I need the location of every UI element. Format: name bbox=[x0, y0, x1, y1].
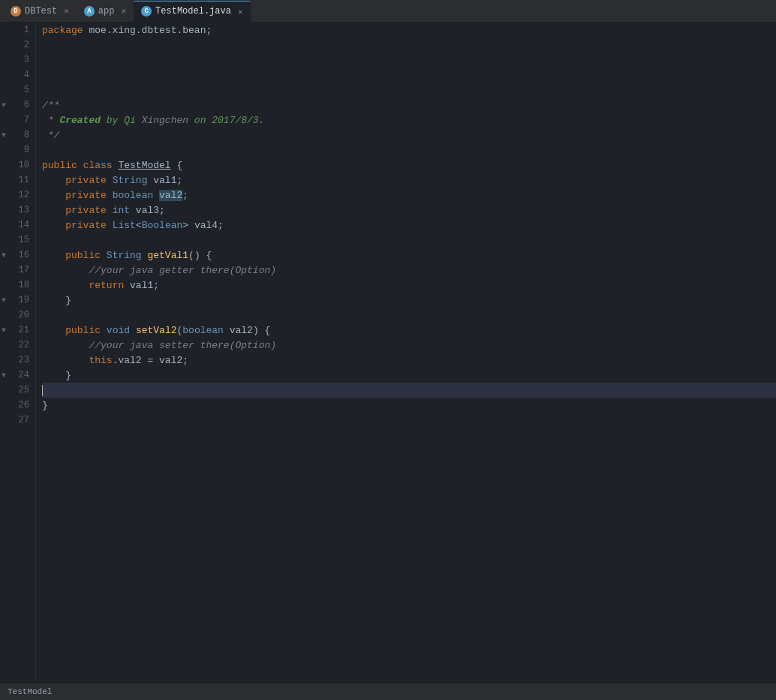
line-number-2: 2 bbox=[0, 38, 35, 53]
code-line-8: */ bbox=[42, 128, 776, 143]
line-number-16: ▼16 bbox=[0, 248, 35, 263]
tab-testmodel[interactable]: CTestModel.java✕ bbox=[134, 1, 250, 22]
tab-icon-app: A bbox=[84, 6, 95, 17]
line-number-27: 27 bbox=[0, 413, 35, 428]
fold-icon-19[interactable]: ▼ bbox=[2, 296, 6, 305]
fold-icon-24[interactable]: ▼ bbox=[2, 371, 6, 380]
tab-close-testmodel[interactable]: ✕ bbox=[238, 7, 243, 17]
tab-app[interactable]: Aapp✕ bbox=[77, 1, 134, 22]
fold-icon-21[interactable]: ▼ bbox=[2, 326, 6, 335]
line-number-13: 13 bbox=[0, 203, 35, 218]
line-number-20: 20 bbox=[0, 308, 35, 323]
line-number-3: 3 bbox=[0, 53, 35, 68]
line-number-22: 22 bbox=[0, 338, 35, 353]
code-line-27 bbox=[42, 413, 776, 428]
code-line-18: return val1; bbox=[42, 278, 776, 293]
tab-label-app: app bbox=[98, 6, 115, 17]
tab-icon-testmodel: C bbox=[141, 6, 152, 17]
tab-dbtest[interactable]: DDBTest✕ bbox=[3, 1, 77, 22]
gutter: 12345▼67▼89101112131415▼161718▼1920▼2122… bbox=[0, 23, 36, 682]
fold-icon-16[interactable]: ▼ bbox=[2, 251, 6, 260]
line-number-14: 14 bbox=[0, 218, 35, 233]
line-number-9: 9 bbox=[0, 143, 35, 158]
code-line-19: } bbox=[42, 293, 776, 308]
code-content[interactable]: package moe.xing.dbtest.bean;/** * Creat… bbox=[36, 23, 776, 682]
code-line-25 bbox=[42, 383, 776, 398]
line-number-17: 17 bbox=[0, 263, 35, 278]
status-bar: TestModel bbox=[0, 682, 776, 700]
code-line-26: } bbox=[42, 398, 776, 413]
code-line-17: //your java getter there(Option) bbox=[42, 263, 776, 278]
line-number-21: ▼21 bbox=[0, 323, 35, 338]
code-line-15 bbox=[42, 233, 776, 248]
code-line-16: public String getVal1() { bbox=[42, 248, 776, 263]
code-line-1: package moe.xing.dbtest.bean; bbox=[42, 23, 776, 38]
code-line-12: private boolean val2; bbox=[42, 188, 776, 203]
line-number-7: 7 bbox=[0, 113, 35, 128]
code-line-22: //your java setter there(Option) bbox=[42, 338, 776, 353]
line-number-26: 26 bbox=[0, 398, 35, 413]
code-line-4 bbox=[42, 68, 776, 83]
line-number-12: 12 bbox=[0, 188, 35, 203]
code-line-24: } bbox=[42, 368, 776, 383]
code-line-13: private int val3; bbox=[42, 203, 776, 218]
tab-close-app[interactable]: ✕ bbox=[121, 6, 126, 16]
line-number-18: 18 bbox=[0, 278, 35, 293]
tab-label-testmodel: TestModel.java bbox=[155, 6, 231, 17]
code-line-14: private List<Boolean> val4; bbox=[42, 218, 776, 233]
code-line-11: private String val1; bbox=[42, 173, 776, 188]
line-number-8: ▼8 bbox=[0, 128, 35, 143]
class-label: TestModel bbox=[8, 687, 52, 696]
code-line-20 bbox=[42, 308, 776, 323]
line-number-11: 11 bbox=[0, 173, 35, 188]
fold-icon-8[interactable]: ▼ bbox=[2, 131, 6, 140]
fold-icon-6[interactable]: ▼ bbox=[2, 101, 6, 110]
code-line-2 bbox=[42, 38, 776, 53]
tab-label-dbtest: DBTest bbox=[25, 6, 57, 17]
line-number-19: ▼19 bbox=[0, 293, 35, 308]
line-number-6: ▼6 bbox=[0, 98, 35, 113]
editor-area: 12345▼67▼89101112131415▼161718▼1920▼2122… bbox=[0, 23, 776, 682]
code-line-10: public class TestModel { bbox=[42, 158, 776, 173]
code-line-5 bbox=[42, 83, 776, 98]
code-line-3 bbox=[42, 53, 776, 68]
code-line-9 bbox=[42, 143, 776, 158]
line-number-23: 23 bbox=[0, 353, 35, 368]
line-number-1: 1 bbox=[0, 23, 35, 38]
tab-bar: DDBTest✕Aapp✕CTestModel.java✕ bbox=[0, 0, 776, 23]
line-number-4: 4 bbox=[0, 68, 35, 83]
code-line-7: * Created by Qi Xingchen on 2017/8/3. bbox=[42, 113, 776, 128]
line-number-25: 25 bbox=[0, 383, 35, 398]
line-number-5: 5 bbox=[0, 83, 35, 98]
cursor bbox=[42, 385, 43, 396]
tab-icon-dbtest: D bbox=[11, 6, 21, 17]
highlight-sel: val2 bbox=[159, 190, 182, 201]
line-number-24: ▼24 bbox=[0, 368, 35, 383]
code-line-6: /** bbox=[42, 98, 776, 113]
line-number-15: 15 bbox=[0, 233, 35, 248]
line-number-10: 10 bbox=[0, 158, 35, 173]
code-line-23: this.val2 = val2; bbox=[42, 353, 776, 368]
code-line-21: public void setVal2(boolean val2) { bbox=[42, 323, 776, 338]
tab-close-dbtest[interactable]: ✕ bbox=[64, 6, 69, 16]
